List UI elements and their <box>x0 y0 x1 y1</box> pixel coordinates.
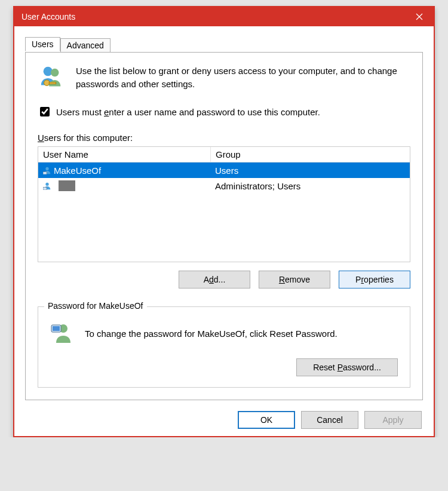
svg-point-8 <box>45 183 48 186</box>
cell-group: Users <box>210 165 410 176</box>
redacted-name <box>59 180 75 191</box>
list-header: User Name Group <box>38 147 410 162</box>
require-login-checkbox[interactable] <box>40 107 50 116</box>
require-login-row[interactable]: Users must enter a user name and passwor… <box>38 105 410 118</box>
intro-block: Use the list below to grant or deny user… <box>38 65 410 92</box>
close-button[interactable] <box>405 7 434 26</box>
titlebar: User Accounts <box>14 7 434 26</box>
svg-rect-5 <box>49 82 56 84</box>
table-row[interactable]: MakeUseOfUsers <box>38 162 410 178</box>
user-accounts-dialog: User Accounts UsersAdvanced <box>13 6 435 437</box>
col-username[interactable]: User Name <box>38 147 211 162</box>
properties-button[interactable]: Properties <box>339 271 410 289</box>
window-title: User Accounts <box>22 12 405 22</box>
users-listbox[interactable]: User Name Group MakeUseOfUsersAdministra… <box>38 146 410 262</box>
tab-strip: UsersAdvanced <box>25 37 423 53</box>
password-group-legend: Password for MakeUseOf <box>44 301 147 311</box>
add-button[interactable]: Add... <box>179 271 250 289</box>
ok-button[interactable]: OK <box>238 411 295 429</box>
client-area: UsersAdvanced Use the list below to gran… <box>14 26 434 436</box>
password-user-icon <box>50 321 74 345</box>
tab-advanced[interactable]: Advanced <box>60 38 111 53</box>
users-list-label: Users for this computer: <box>38 133 410 143</box>
reset-password-button[interactable]: Reset Password... <box>296 358 398 376</box>
svg-rect-9 <box>43 188 47 190</box>
cell-username <box>38 180 210 191</box>
require-login-label: Users must enter a user name and passwor… <box>56 107 320 117</box>
svg-rect-7 <box>43 172 47 174</box>
svg-point-6 <box>45 167 48 170</box>
users-keys-icon <box>38 65 65 92</box>
cancel-button[interactable]: Cancel <box>301 411 358 429</box>
apply-button[interactable]: Apply <box>364 411 422 429</box>
intro-text: Use the list below to grant or deny user… <box>76 65 410 91</box>
list-buttons: Add... Remove Properties <box>38 271 410 289</box>
tab-users[interactable]: Users <box>25 37 60 51</box>
tab-panel-users: Use the list below to grant or deny user… <box>25 52 423 400</box>
password-info-row: To change the password for MakeUseOf, cl… <box>50 321 398 345</box>
dialog-buttons: OK Cancel Apply <box>25 411 422 429</box>
close-icon <box>416 13 423 20</box>
svg-rect-12 <box>53 326 60 331</box>
cell-username: MakeUseOf <box>38 165 210 176</box>
col-group[interactable]: Group <box>211 147 410 162</box>
remove-button[interactable]: Remove <box>259 271 330 289</box>
cell-group: Administrators; Users <box>210 181 410 191</box>
password-text: To change the password for MakeUseOf, cl… <box>85 329 337 339</box>
table-row[interactable]: Administrators; Users <box>38 178 410 194</box>
password-group: Password for MakeUseOf To change the pas… <box>38 306 410 388</box>
svg-point-3 <box>51 69 59 76</box>
